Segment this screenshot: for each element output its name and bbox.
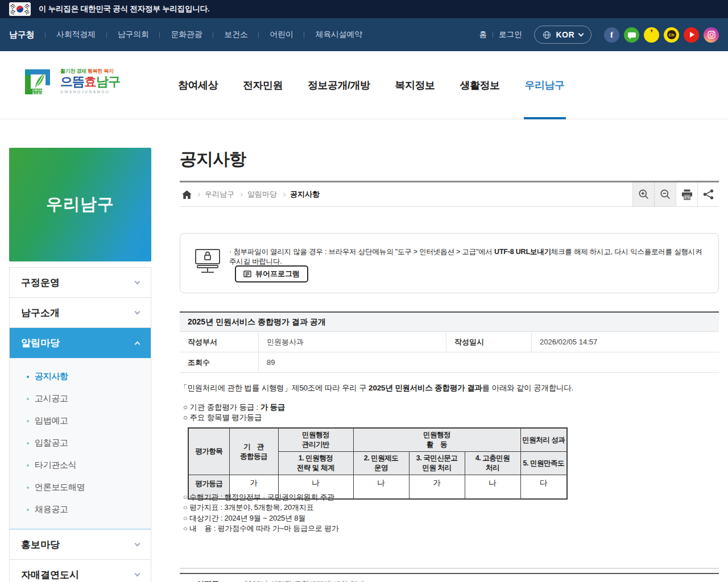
main-navigation: 참여세상 전자민원 정보공개/개방 복지정보 생활정보 우리남구	[178, 51, 565, 119]
eval-sub1-header: 1. 민원행정 전략 및 체계	[278, 452, 353, 475]
bullet-icon	[27, 487, 29, 489]
print-icon	[681, 189, 693, 200]
submenu-notices[interactable]: 공지사항	[10, 365, 151, 388]
social-icons: f ’ Ch	[604, 27, 719, 43]
language-value: KOR	[556, 30, 574, 39]
family-link-district-office[interactable]: 남구청	[9, 30, 34, 40]
eval-sub3-header: 3. 국민신문고 민원 처리	[409, 452, 465, 475]
views-label: 조회수	[180, 352, 259, 372]
bullet-icon	[27, 442, 29, 444]
sidebar-item-gujeong[interactable]: 구정운영	[10, 268, 151, 298]
sidebar-item-sister-cities[interactable]: 자매결연도시	[10, 560, 151, 582]
kakaostory-icon[interactable]: ’	[644, 27, 659, 43]
family-link-culture-tour[interactable]: 문화관광	[171, 30, 202, 40]
namgu-logo-mark: GWANGJU NAMGU	[23, 64, 55, 99]
print-button[interactable]	[676, 182, 697, 206]
eval-value: 나	[353, 475, 409, 499]
family-link-sports-reservation[interactable]: 체육시설예약	[315, 30, 362, 40]
eval-group3-header: 민원처리 성과	[520, 428, 567, 452]
bullet-icon	[27, 464, 29, 467]
previous-post-row[interactable]: 이전글 2026년 설명절 종합대책에 대한 안내	[180, 573, 719, 582]
views-value: 89	[259, 352, 719, 372]
attachment-notice-box: · 첨부파일이 열리지 않을 경우 : 브라우저 상단메뉴의 "도구 > 인터넷…	[180, 233, 719, 293]
chevron-down-icon	[135, 541, 140, 547]
divider	[106, 32, 107, 38]
submenu-other-agency[interactable]: 타기관소식	[10, 454, 151, 476]
zoom-in-icon	[638, 189, 650, 200]
eval-value: 나	[465, 475, 520, 499]
divider	[304, 32, 304, 38]
family-link-health-center[interactable]: 보건소	[224, 30, 247, 40]
youtube-icon[interactable]	[684, 27, 699, 43]
family-link-council[interactable]: 남구의회	[118, 30, 149, 40]
eval-sub2-header: 2. 민원제도 운영	[353, 452, 409, 475]
kakao-channel-icon[interactable]: Ch	[664, 27, 679, 43]
nav-participation[interactable]: 참여세상	[178, 51, 218, 119]
eval-group2-header: 민원행정 활 동	[353, 428, 520, 452]
naver-blog-icon[interactable]	[624, 27, 639, 43]
family-sites-bar: 남구청 사회적경제 남구의회 문화관광 보건소 어린이 체육시설예약 홈 로그인…	[0, 18, 728, 51]
zoom-out-button[interactable]	[654, 182, 676, 206]
submenu-press[interactable]: 언론보도해명	[10, 476, 151, 498]
family-link-children[interactable]: 어린이	[270, 30, 293, 40]
eval-sub5-header: 5. 민원만족도	[520, 452, 567, 475]
eval-org-header: 기 관 종합등급	[229, 428, 278, 475]
sidebar-item-notice-board[interactable]: 알림마당	[10, 328, 151, 358]
eval-value: 다	[520, 475, 567, 499]
nav-living[interactable]: 생활정보	[460, 51, 500, 119]
sidebar-item-namgu-intro[interactable]: 남구소개	[10, 298, 151, 328]
eval-value: 가	[409, 475, 465, 499]
nav-e-minwon[interactable]: 전자민원	[243, 51, 283, 119]
bullet-icon	[27, 509, 29, 511]
viewer-program-button[interactable]: 뷰어프로그램	[235, 265, 308, 282]
post-meta-row: 작성부서 민원봉사과 작성일시 2026/02/05 14:57	[180, 332, 719, 352]
login-link[interactable]: 로그인	[499, 30, 522, 40]
breadcrumb-current: 공지사항	[290, 189, 320, 199]
logo-title-1: 으뜸	[60, 74, 84, 89]
site-header: GWANGJU NAMGU 활기찬 경제 행복한 복지 으뜸효남구 GWANGJ…	[0, 51, 728, 119]
utility-links: 홈 로그인 KOR f ’ Ch	[479, 26, 719, 44]
main-panel: 공지사항 우리남구 알림마당 공지사항	[180, 119, 719, 582]
family-link-social-economy[interactable]: 사회적경제	[56, 30, 96, 40]
home-icon[interactable]	[182, 190, 192, 199]
logo-caption: GWANGJUNAMGU	[60, 90, 120, 94]
date-label: 작성일시	[446, 332, 532, 352]
chevron-down-icon	[135, 309, 140, 315]
official-site-text: 이 누리집은 대한민국 공식 전자정부 누리집입니다.	[39, 4, 210, 14]
share-button[interactable]	[697, 182, 719, 206]
eval-group1-header: 민원행정 관리기반	[278, 428, 353, 452]
svg-text:NAMGU: NAMGU	[32, 92, 46, 95]
dept-label: 작성부서	[180, 332, 259, 352]
instagram-icon[interactable]	[704, 27, 719, 43]
breadcrumb-separator	[282, 192, 286, 196]
submenu-legislation[interactable]: 입법예고	[10, 410, 151, 432]
facebook-icon[interactable]: f	[604, 27, 619, 43]
nav-our-namgu[interactable]: 우리남구	[525, 51, 565, 119]
submenu-bidding[interactable]: 입찰공고	[10, 432, 151, 454]
zoom-out-icon	[660, 189, 671, 200]
breadcrumb-our-namgu[interactable]: 우리남구	[205, 189, 234, 199]
site-logo[interactable]: GWANGJU NAMGU 활기찬 경제 행복한 복지 으뜸효남구 GWANGJ…	[23, 64, 120, 99]
bullet-icon	[27, 420, 29, 422]
zoom-in-button[interactable]	[632, 182, 654, 206]
divider	[258, 32, 259, 38]
divider	[180, 568, 719, 569]
language-selector[interactable]: KOR	[534, 26, 592, 44]
eval-sub4-header: 4. 고충민원 처리	[465, 452, 520, 475]
breadcrumb-notice-board[interactable]: 알림마당	[247, 189, 277, 199]
nav-open-info[interactable]: 정보공개/개방	[308, 51, 370, 119]
submenu-gosi[interactable]: 고시공고	[10, 388, 151, 410]
logo-title-2: 효	[84, 74, 96, 89]
home-link[interactable]: 홈	[479, 30, 487, 40]
post-body-intro: 「민원처리에 관한 법률 시행령」제50조에 따라 우리 구 2025년 민원서…	[180, 383, 573, 393]
previous-post-title[interactable]: 2026년 설명절 종합대책에 대한 안내	[244, 579, 365, 582]
divider	[213, 32, 213, 38]
nav-welfare[interactable]: 복지정보	[395, 51, 435, 119]
submenu-recruit[interactable]: 채용공고	[10, 498, 151, 521]
chevron-down-icon	[135, 279, 140, 285]
sidebar-title: 우리남구	[9, 148, 151, 261]
post-body-grades: ○ 기관 종합평가 등급 : 가 등급○ 주요 항목별 평가등급	[183, 402, 285, 423]
sidebar-item-promotion[interactable]: 홍보마당	[10, 530, 151, 560]
eval-corner-header: 평가항목	[188, 428, 229, 475]
attachment-notice-text: · 첨부파일이 열리지 않을 경우 : 브라우저 상단메뉴의 "도구 > 인터넷…	[229, 247, 707, 267]
